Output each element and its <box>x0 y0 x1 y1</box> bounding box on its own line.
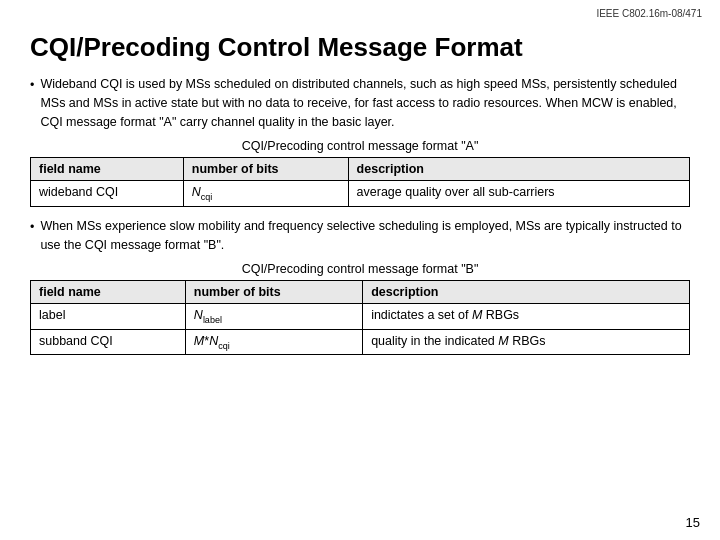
nlabel-value: N <box>194 308 203 322</box>
table-a-col1-header: field name <box>31 158 184 181</box>
table-b-title: CQI/Precoding control message format "B" <box>30 262 690 276</box>
bullet-text-2: • When MSs experience slow mobility and … <box>30 217 690 255</box>
m-italic-2: M <box>498 334 508 348</box>
bullet-dot-2: • <box>30 218 34 237</box>
ncqi-sub-2: cqi <box>218 340 230 350</box>
n-ncqi-value: N <box>209 334 218 348</box>
bullet-content-2: When MSs experience slow mobility and fr… <box>40 217 690 255</box>
table-b-col2-header: number of bits <box>185 281 362 304</box>
table-a-row0-col1: wideband CQI <box>31 181 184 207</box>
table-b-row1-col3: quality in the indicated M RBGs <box>363 329 690 355</box>
bullet-section-1: • Wideband CQI is used by MSs scheduled … <box>30 75 690 207</box>
table-a-header-row: field name number of bits description <box>31 158 690 181</box>
table-a-row0-col2: Ncqi <box>183 181 348 207</box>
table-b-row0-col3: indictates a set of M RBGs <box>363 304 690 330</box>
bullet-section-2: • When MSs experience slow mobility and … <box>30 217 690 356</box>
ncqi-value: N <box>192 185 201 199</box>
page-container: IEEE C802.16m-08/471 CQI/Precoding Contr… <box>0 0 720 540</box>
table-a-row0-col3: average quality over all sub-carriers <box>348 181 689 207</box>
bullet-content-1: Wideband CQI is used by MSs scheduled on… <box>40 75 690 131</box>
table-b-header-row: field name number of bits description <box>31 281 690 304</box>
m-ncqi-value: M <box>194 334 204 348</box>
table-b-row1-col2: M*Ncqi <box>185 329 362 355</box>
table-b-col3-header: description <box>363 281 690 304</box>
table-b-row-1: subband CQI M*Ncqi quality in the indica… <box>31 329 690 355</box>
table-a-col2-header: number of bits <box>183 158 348 181</box>
table-a-title: CQI/Precoding control message format "A" <box>30 139 690 153</box>
bullet-text-1: • Wideband CQI is used by MSs scheduled … <box>30 75 690 131</box>
ncqi-sub: cqi <box>201 192 213 202</box>
table-b-row0-col2: Nlabel <box>185 304 362 330</box>
page-title: CQI/Precoding Control Message Format <box>30 32 690 63</box>
table-b-row1-col1: subband CQI <box>31 329 186 355</box>
table-b-row-0: label Nlabel indictates a set of M RBGs <box>31 304 690 330</box>
table-a-row-0: wideband CQI Ncqi average quality over a… <box>31 181 690 207</box>
m-italic-1: M <box>472 308 482 322</box>
bullet-dot-1: • <box>30 76 34 95</box>
table-b-col1-header: field name <box>31 281 186 304</box>
ieee-reference: IEEE C802.16m-08/471 <box>596 8 702 19</box>
table-b-row0-col1: label <box>31 304 186 330</box>
table-b: field name number of bits description la… <box>30 280 690 355</box>
page-number: 15 <box>686 515 700 530</box>
table-a: field name number of bits description wi… <box>30 157 690 207</box>
nlabel-sub: label <box>203 315 222 325</box>
table-a-col3-header: description <box>348 158 689 181</box>
